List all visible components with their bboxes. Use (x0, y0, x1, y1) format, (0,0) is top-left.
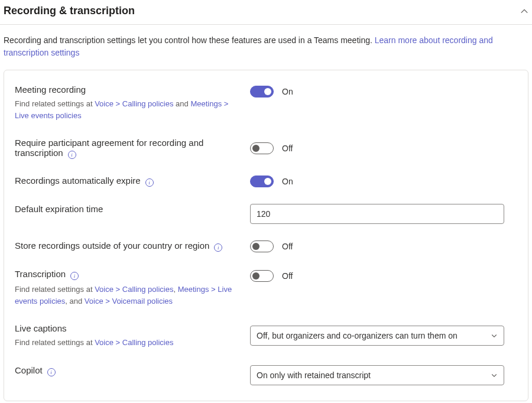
info-icon[interactable]: i (68, 151, 76, 159)
label-col: Recordings automatically expire i (15, 176, 239, 187)
toggle-state-label: On (282, 177, 293, 186)
description-text: Recording and transcription settings let… (4, 35, 375, 45)
chevron-up-icon[interactable] (520, 7, 528, 15)
row-default-expiration: Default expiration time (4, 196, 528, 232)
control-col: Off (250, 142, 517, 154)
control-col: On (250, 84, 517, 98)
live-captions-select[interactable]: Off, but organizers and co-organizers ca… (250, 326, 504, 346)
label-col: Transcription i Find related settings at… (15, 269, 239, 307)
chevron-down-icon (491, 372, 498, 379)
toggle-state-label: On (282, 87, 293, 96)
section-header: Recording & transcription (0, 0, 532, 25)
section-title: Recording & transcription (4, 5, 135, 17)
label-col: Live captions Find related settings at V… (15, 323, 239, 349)
row-transcription: Transcription i Find related settings at… (4, 261, 528, 315)
row-auto-expire: Recordings automatically expire i On (4, 167, 528, 196)
live-captions-label: Live captions (15, 323, 67, 333)
label-col: Require participant agreement for record… (15, 138, 239, 159)
select-value: Off, but organizers and co-organizers ca… (257, 331, 458, 340)
meeting-recording-label: Meeting recording (15, 84, 86, 95)
control-col: Off (250, 269, 517, 282)
transcription-sublabel: Find related settings at Voice > Calling… (15, 284, 239, 307)
require-agreement-label: Require participant agreement for record… (15, 138, 203, 158)
auto-expire-label: Recordings automatically expire (15, 176, 141, 186)
toggle-state-label: Off (282, 271, 293, 281)
settings-panel: Meeting recording Find related settings … (4, 70, 528, 401)
chevron-down-icon (491, 332, 498, 339)
control-col: On only with retained transcript (250, 365, 517, 385)
info-icon[interactable]: i (145, 178, 154, 187)
toggle-state-label: Off (282, 144, 293, 153)
transcription-label: Transcription (15, 269, 66, 279)
toggle-state-label: Off (282, 242, 293, 251)
info-icon[interactable]: i (47, 368, 56, 376)
section-description: Recording and transcription settings let… (0, 25, 532, 70)
control-col: Off, but organizers and co-organizers ca… (250, 326, 517, 346)
row-copilot: Copilot i On only with retained transcri… (4, 357, 528, 394)
copilot-label: Copilot (15, 365, 43, 375)
row-live-captions: Live captions Find related settings at V… (4, 315, 528, 357)
info-icon[interactable]: i (214, 243, 222, 252)
default-expiration-label: Default expiration time (15, 204, 103, 214)
link-voicemail-policies[interactable]: Voice > Voicemail policies (85, 297, 173, 306)
label-col: Store recordings outside of your country… (15, 240, 239, 252)
select-value: On only with retained transcript (257, 370, 371, 380)
store-outside-label: Store recordings outside of your country… (15, 240, 209, 251)
info-icon[interactable]: i (70, 272, 79, 280)
row-meeting-recording: Meeting recording Find related settings … (4, 76, 528, 129)
link-voice-calling-policies[interactable]: Voice > Calling policies (95, 285, 173, 294)
meeting-recording-toggle[interactable] (250, 86, 274, 98)
meeting-recording-sublabel: Find related settings at Voice > Calling… (15, 98, 239, 121)
live-captions-sublabel: Find related settings at Voice > Calling… (15, 337, 239, 349)
label-col: Default expiration time (15, 204, 239, 214)
label-col: Meeting recording Find related settings … (15, 84, 239, 121)
store-outside-toggle[interactable] (250, 240, 274, 252)
label-col: Copilot i (15, 365, 239, 376)
require-agreement-toggle[interactable] (250, 142, 274, 154)
link-voice-calling-policies[interactable]: Voice > Calling policies (95, 99, 173, 108)
row-store-outside: Store recordings outside of your country… (4, 232, 528, 261)
auto-expire-toggle[interactable] (250, 176, 274, 187)
control-col (250, 204, 517, 224)
transcription-toggle[interactable] (250, 270, 274, 282)
control-col: On (250, 176, 517, 187)
row-require-agreement: Require participant agreement for record… (4, 129, 528, 167)
copilot-select[interactable]: On only with retained transcript (250, 365, 504, 385)
link-voice-calling-policies[interactable]: Voice > Calling policies (95, 338, 173, 347)
control-col: Off (250, 240, 517, 252)
default-expiration-input[interactable] (250, 204, 504, 224)
